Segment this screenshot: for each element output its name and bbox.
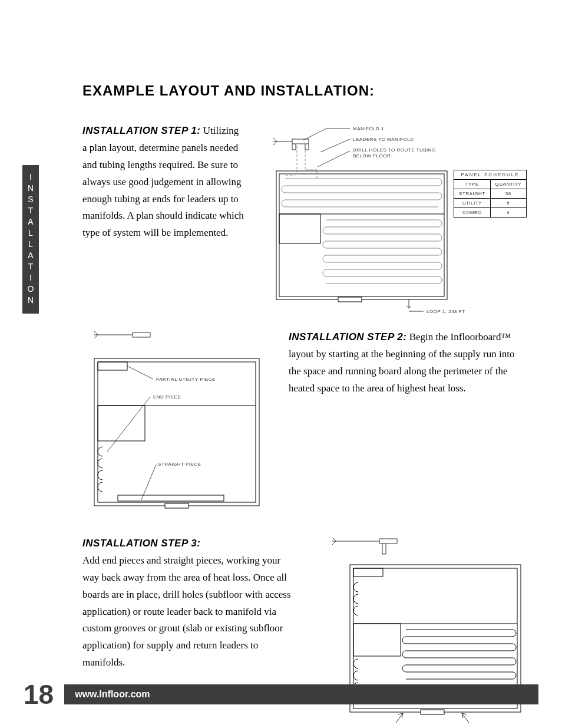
svg-line-1 xyxy=(303,129,326,140)
step3-text: Add end pieces and straight pieces, work… xyxy=(82,555,291,668)
callout-straight: STRAIGHT PIECE xyxy=(158,462,201,467)
callout-loop: LOOP 1, 248 FT xyxy=(427,309,465,314)
ps-r0c1: 36 xyxy=(490,189,526,199)
svg-rect-23 xyxy=(165,503,189,508)
page: INSTALLATION EXAMPLE LAYOUT AND INSTALLA… xyxy=(0,0,562,728)
ps-r1c0: UTILITY xyxy=(454,199,490,208)
callout-drill-1: DRILL HOLES TO ROUTE TUBING xyxy=(353,147,436,153)
callout-leaders: LEADERS TO MANIFOLD xyxy=(353,137,414,142)
section-step2: PARTIAL UTILITY PIECE END PIECE STRAIGHT… xyxy=(82,329,527,518)
step1-paragraph: INSTALLATION STEP 1: Utilizing a plan la… xyxy=(82,123,244,242)
ps-r2c0: COMBO xyxy=(454,208,490,218)
svg-rect-18 xyxy=(98,362,127,370)
svg-line-19 xyxy=(127,366,153,379)
callout-end: END PIECE xyxy=(153,394,181,400)
svg-rect-13 xyxy=(133,332,150,337)
svg-rect-25 xyxy=(379,539,397,543)
svg-rect-31 xyxy=(421,710,444,714)
svg-line-3 xyxy=(318,151,350,167)
svg-rect-5 xyxy=(292,139,309,144)
svg-rect-9 xyxy=(279,214,320,243)
page-number: 18 xyxy=(24,678,54,710)
section-step1: INSTALLATION STEP 1: Utilizing a plan la… xyxy=(82,123,527,317)
figure-2: PARTIAL UTILITY PIECE END PIECE STRAIGHT… xyxy=(82,329,271,518)
callout-drill-2: BELOW FLOOR xyxy=(353,153,391,159)
svg-rect-10 xyxy=(338,297,362,302)
ps-r0c0: STRAIGHT xyxy=(454,189,490,199)
svg-line-20 xyxy=(107,397,150,452)
step3-label: INSTALLATION STEP 3: xyxy=(82,538,200,549)
panel-schedule-h0: TYPE xyxy=(454,180,490,189)
svg-line-2 xyxy=(320,139,350,152)
step1-text: Utilizing a plan layout, determine panel… xyxy=(82,125,244,238)
footer-url: www.Infloor.com xyxy=(64,684,538,704)
svg-rect-15 xyxy=(98,362,256,502)
svg-rect-6 xyxy=(276,171,447,299)
panel-schedule-title: PANEL SCHEDULE xyxy=(454,170,527,180)
panel-schedule-h1: QUANTITY xyxy=(490,180,526,189)
step2-paragraph: INSTALLATION STEP 2: Begin the Infloorbo… xyxy=(289,329,527,397)
ps-r2c1: 4 xyxy=(490,208,526,218)
svg-rect-30 xyxy=(353,568,383,577)
svg-rect-22 xyxy=(118,495,224,501)
callout-manifold: MANIFOLD 1 xyxy=(353,126,384,131)
panel-schedule: PANEL SCHEDULE TYPE QUANTITY STRAIGHT 36… xyxy=(454,170,527,218)
step2-label: INSTALLATION STEP 2: xyxy=(289,331,406,342)
svg-rect-29 xyxy=(353,624,401,656)
svg-rect-17 xyxy=(98,406,145,441)
ps-r1c1: 5 xyxy=(490,199,526,208)
side-tab-installation: INSTALLATION xyxy=(22,165,39,314)
figure-1: MANIFOLD 1 LEADERS TO MANIFOLD DRILL HOL… xyxy=(262,123,527,317)
footer: 18 www.Infloor.com xyxy=(24,678,538,710)
step1-label: INSTALLATION STEP 1: xyxy=(82,125,200,136)
svg-rect-7 xyxy=(279,174,444,297)
svg-line-21 xyxy=(141,465,156,500)
step3-paragraph: INSTALLATION STEP 3: Add end pieces and … xyxy=(82,535,297,671)
page-title: EXAMPLE LAYOUT AND INSTALLATION: xyxy=(82,83,527,99)
callout-partial: PARTIAL UTILITY PIECE xyxy=(156,377,216,382)
